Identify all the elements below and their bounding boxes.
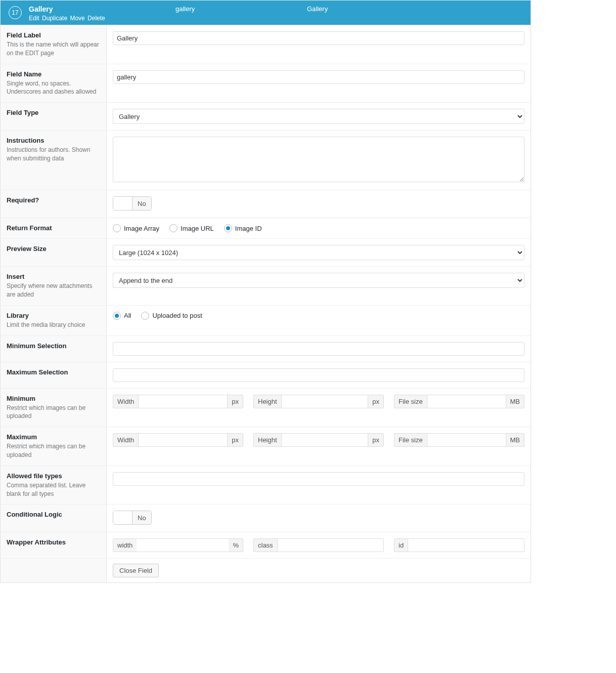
wrapper-width-unit: % bbox=[229, 538, 243, 552]
wrapper-label: Wrapper Attributes bbox=[7, 538, 100, 546]
instructions-textarea[interactable] bbox=[113, 137, 524, 182]
allowed-types-input[interactable] bbox=[113, 472, 524, 486]
action-duplicate[interactable]: Duplicate bbox=[42, 15, 67, 22]
required-toggle[interactable]: No bbox=[113, 196, 152, 211]
header-title: Gallery bbox=[29, 5, 169, 13]
radio-icon bbox=[113, 312, 121, 320]
action-move[interactable]: Move bbox=[70, 15, 84, 22]
return-format-url[interactable]: Image URL bbox=[169, 224, 214, 232]
max-width-label: Width bbox=[113, 433, 138, 447]
wrapper-id-label: id bbox=[394, 538, 408, 552]
min-size-label: File size bbox=[394, 395, 427, 408]
max-selection-input[interactable] bbox=[113, 368, 524, 382]
library-label: Library bbox=[7, 312, 100, 319]
conditional-logic-label: Conditional Logic bbox=[7, 511, 100, 518]
min-height-label: Height bbox=[253, 395, 281, 408]
action-edit[interactable]: Edit bbox=[29, 15, 39, 22]
field-name-label: Field Name bbox=[7, 70, 100, 78]
insert-select[interactable]: Append to the end bbox=[113, 273, 524, 288]
field-header[interactable]: 17 Gallery Edit Duplicate Move Delete ga… bbox=[1, 1, 531, 25]
required-label: Required? bbox=[7, 196, 100, 204]
max-height-input[interactable] bbox=[281, 433, 369, 447]
field-label-desc: This is the name which will appear on th… bbox=[7, 40, 100, 58]
insert-desc: Specify where new attachments are added bbox=[7, 282, 100, 299]
min-size-unit: MB bbox=[506, 395, 525, 408]
wrapper-id-input[interactable] bbox=[408, 538, 524, 552]
min-width-input[interactable] bbox=[138, 395, 228, 408]
library-desc: Limit the media library choice bbox=[7, 321, 100, 329]
max-size-input[interactable] bbox=[427, 433, 506, 447]
wrapper-width-input[interactable] bbox=[137, 538, 229, 552]
return-format-array[interactable]: Image Array bbox=[113, 224, 159, 232]
action-delete[interactable]: Delete bbox=[87, 15, 105, 22]
wrapper-class-label: class bbox=[253, 538, 277, 552]
min-selection-label: Minimum Selection bbox=[7, 342, 100, 350]
maximum-desc: Restrict which images can be uploaded bbox=[7, 442, 100, 459]
max-size-unit: MB bbox=[506, 433, 525, 447]
radio-icon bbox=[224, 224, 232, 232]
field-type-label: Field Type bbox=[7, 109, 100, 116]
min-size-input[interactable] bbox=[427, 395, 506, 408]
min-width-label: Width bbox=[113, 395, 138, 408]
preview-size-label: Preview Size bbox=[7, 245, 100, 253]
required-state: No bbox=[133, 197, 151, 210]
instructions-label: Instructions bbox=[7, 137, 100, 144]
field-name-desc: Single word, no spaces. Underscores and … bbox=[7, 79, 100, 97]
radio-icon bbox=[113, 224, 121, 232]
min-height-input[interactable] bbox=[281, 395, 369, 408]
max-size-label: File size bbox=[394, 433, 427, 447]
insert-label: Insert bbox=[7, 273, 100, 280]
minimum-desc: Restrict which images can be uploaded bbox=[7, 404, 100, 421]
preview-size-select[interactable]: Large (1024 x 1024) bbox=[113, 245, 524, 260]
wrapper-width-label: width bbox=[113, 538, 137, 552]
field-label-input[interactable] bbox=[113, 31, 524, 45]
allowed-types-label: Allowed file types bbox=[7, 472, 100, 480]
minimum-label: Minimum bbox=[7, 395, 100, 402]
return-format-id[interactable]: Image ID bbox=[224, 224, 262, 232]
max-height-unit: px bbox=[368, 433, 384, 447]
max-selection-label: Maximum Selection bbox=[7, 368, 100, 376]
header-name-slug: gallery bbox=[172, 4, 304, 13]
radio-icon bbox=[141, 312, 149, 320]
conditional-logic-state: No bbox=[133, 511, 151, 524]
max-width-input[interactable] bbox=[138, 433, 228, 447]
close-field-button[interactable]: Close Field bbox=[113, 564, 159, 577]
allowed-types-desc: Comma separated list. Leave blank for al… bbox=[7, 481, 100, 498]
maximum-label: Maximum bbox=[7, 433, 100, 441]
field-label-label: Field Label bbox=[7, 31, 100, 39]
field-name-input[interactable] bbox=[113, 70, 524, 84]
radio-icon bbox=[169, 224, 178, 232]
instructions-desc: Instructions for authors. Shown when sub… bbox=[7, 146, 100, 163]
max-width-unit: px bbox=[228, 433, 243, 447]
library-all[interactable]: All bbox=[113, 312, 131, 320]
min-width-unit: px bbox=[228, 395, 243, 408]
return-format-label: Return Format bbox=[7, 224, 100, 232]
header-type: Gallery bbox=[304, 4, 525, 13]
header-actions: Edit Duplicate Move Delete bbox=[29, 15, 169, 22]
order-badge[interactable]: 17 bbox=[9, 6, 22, 19]
conditional-logic-toggle[interactable]: No bbox=[113, 511, 152, 525]
field-type-select[interactable]: Gallery bbox=[113, 109, 524, 124]
max-height-label: Height bbox=[253, 433, 281, 447]
min-selection-input[interactable] bbox=[113, 342, 524, 356]
wrapper-class-input[interactable] bbox=[277, 538, 384, 552]
library-uploaded[interactable]: Uploaded to post bbox=[141, 312, 202, 320]
min-height-unit: px bbox=[368, 395, 384, 408]
